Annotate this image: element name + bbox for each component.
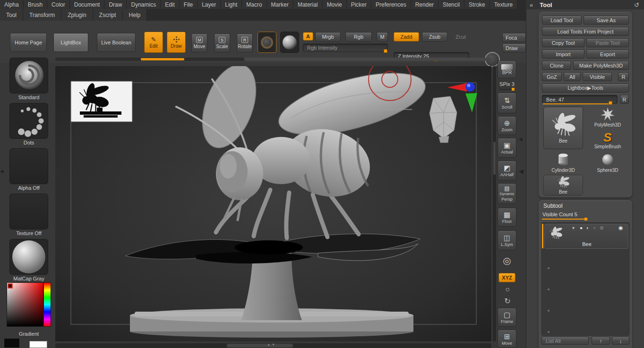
menu-picker[interactable]: Picker: [347, 0, 371, 9]
canvas-hscrollbar[interactable]: ▲ ▼: [55, 343, 491, 348]
color-picker-square[interactable]: [7, 282, 43, 327]
draw-button[interactable]: Draw: [167, 32, 186, 53]
visible-count-slider-fill[interactable]: [542, 219, 585, 220]
menu-stencil[interactable]: Stencil: [438, 0, 464, 9]
lightbox-tools-button[interactable]: Lightbox▶Tools: [542, 84, 629, 93]
viewport-canvas[interactable]: [55, 66, 491, 341]
visible-count-slider-handle[interactable]: [584, 218, 587, 221]
texture-off-thumbnail[interactable]: [9, 194, 48, 229]
orbit-icon[interactable]: ○: [502, 284, 513, 295]
menu-document[interactable]: Document: [70, 0, 105, 9]
subtool-emptydot-icon[interactable]: ○: [593, 225, 596, 230]
menu-zplugin[interactable]: Zplugin: [61, 9, 93, 21]
menu-preferences[interactable]: Preferences: [371, 0, 411, 9]
divider-arrow-top-icon[interactable]: ◀: [519, 137, 523, 142]
menu-render[interactable]: Render: [411, 0, 438, 9]
edit-button[interactable]: ✎ Edit: [144, 32, 163, 53]
rgb-intensity-handle[interactable]: [384, 49, 387, 53]
auto-masking-badge[interactable]: A: [303, 32, 313, 41]
menu-macro[interactable]: Macro: [242, 0, 266, 9]
subtool-item-bee[interactable]: ▾ ● ◐ ○ ⊘ ◉ Bee: [544, 224, 628, 249]
goz-all-button[interactable]: All: [564, 72, 581, 81]
subtool-up-button[interactable]: ↑: [592, 337, 610, 345]
doc-scroll-right[interactable]: [244, 58, 491, 61]
slider-r-button[interactable]: R: [620, 95, 629, 104]
spin-icon[interactable]: ↻: [502, 296, 513, 306]
menu-help[interactable]: Help: [123, 9, 147, 21]
menu-texture[interactable]: Texture: [490, 0, 517, 9]
divider-arrow-bottom-icon[interactable]: ◀: [519, 169, 524, 174]
bee-thumbnail[interactable]: [71, 81, 132, 122]
tray-collapse-icon[interactable]: «: [530, 1, 533, 8]
make-polymesh3d-button[interactable]: Make PolyMesh3D: [573, 61, 629, 70]
subtool-down-button[interactable]: ↓: [612, 337, 629, 345]
current-material-button[interactable]: [280, 32, 299, 53]
tool-item-simplebrush[interactable]: S SimpleBrush: [587, 129, 628, 151]
goz-button[interactable]: GoZ: [542, 72, 562, 81]
hscroll-up-icon[interactable]: ▲: [267, 343, 270, 346]
save-as-button[interactable]: Save As: [584, 16, 629, 25]
mrgb-button[interactable]: Mrgb: [315, 32, 341, 42]
refresh-icon[interactable]: ↺: [634, 1, 639, 8]
tool-item-bee-small[interactable]: Bee: [543, 175, 583, 195]
goz-r-button[interactable]: R: [618, 72, 629, 81]
menu-stroke[interactable]: Stroke: [464, 0, 490, 9]
spix-slider-handle[interactable]: [512, 88, 515, 91]
paste-tool-button[interactable]: Paste Tool: [586, 38, 629, 47]
scale-button[interactable]: S Scale: [214, 34, 230, 52]
left-tray-collapse-icon[interactable]: ◀: [0, 169, 4, 174]
hue-strip[interactable]: [43, 282, 51, 327]
rotate-button[interactable]: R Rotate: [237, 34, 253, 52]
canvas-vscrollbar[interactable]: [493, 66, 496, 341]
subtool-title[interactable]: Subtool: [543, 203, 563, 209]
menu-file[interactable]: File: [180, 0, 197, 9]
import-button[interactable]: Import: [542, 50, 584, 59]
current-brush-button[interactable]: [258, 32, 276, 53]
menu-draw[interactable]: Draw: [104, 0, 127, 9]
doc-scroll-orange-segment[interactable]: [141, 58, 184, 60]
subtool-scroll-indicator[interactable]: [542, 224, 543, 248]
tool-item-cylinder3d[interactable]: Cylinder3D: [543, 152, 583, 173]
primary-color-swatch[interactable]: [29, 341, 47, 348]
subtool-eye-icon[interactable]: ◉: [618, 225, 623, 231]
export-button[interactable]: Export: [586, 50, 629, 59]
focal-shift-button[interactable]: Foca: [502, 33, 526, 42]
hscroll-down-icon[interactable]: ▼: [272, 343, 275, 346]
menu-light[interactable]: Light: [221, 0, 242, 9]
frame-button[interactable]: ▢ Frame: [498, 308, 516, 327]
stroke-thumbnail-dots[interactable]: [9, 103, 48, 139]
zadd-button[interactable]: Zadd: [394, 32, 419, 42]
home-page-button[interactable]: Home Page: [10, 33, 47, 52]
floor-button[interactable]: ▦ Floor: [498, 208, 516, 227]
canvas-hscroll-handle[interactable]: [227, 344, 293, 348]
active-tool-slider[interactable]: Bee. 47: [542, 95, 618, 104]
menu-transform[interactable]: Transform: [23, 9, 61, 21]
lsym-button[interactable]: ◫ L.Sym: [498, 230, 516, 250]
copy-tool-button[interactable]: Copy Tool: [542, 38, 584, 47]
load-tool-button[interactable]: Load Tool: [542, 16, 582, 25]
tool-item-polymesh3d[interactable]: PolyMesh3D: [587, 106, 628, 128]
rgb-intensity-slider[interactable]: Rgb Intensity: [303, 43, 388, 52]
clone-button[interactable]: Clone: [542, 61, 571, 70]
menu-zscript[interactable]: Zscript: [93, 9, 123, 21]
rgb-button[interactable]: Rgb: [345, 32, 372, 42]
menu-tool[interactable]: Tool: [0, 9, 23, 21]
zcut-button[interactable]: Zcut: [450, 32, 471, 42]
dynamic-persp-button[interactable]: ▤ Dynamic Persp: [498, 183, 516, 204]
bpr-button[interactable]: BPR: [498, 60, 516, 78]
color-picker-selector[interactable]: [8, 283, 13, 289]
aahalf-button[interactable]: ◩ AAHalf: [498, 161, 516, 180]
subtool-folder-chevron-icon[interactable]: ▾: [572, 225, 575, 230]
canvas-vscroll-handle[interactable]: [493, 142, 496, 175]
brush-thumbnail-standard[interactable]: [9, 58, 48, 93]
spix-slider[interactable]: [499, 89, 515, 90]
menu-edit[interactable]: Edit: [161, 0, 180, 9]
m-button[interactable]: M: [377, 32, 388, 42]
alpha-off-thumbnail[interactable]: [9, 148, 48, 184]
lightbox-button[interactable]: LightBox: [53, 33, 88, 52]
zoom-button[interactable]: ⊕ Zoom: [498, 116, 516, 135]
move-button[interactable]: M Move: [191, 34, 207, 52]
menu-color[interactable]: Color: [47, 0, 70, 9]
rail-move-button[interactable]: ⊞ Move: [498, 330, 516, 348]
menu-brush[interactable]: Brush: [24, 0, 47, 9]
